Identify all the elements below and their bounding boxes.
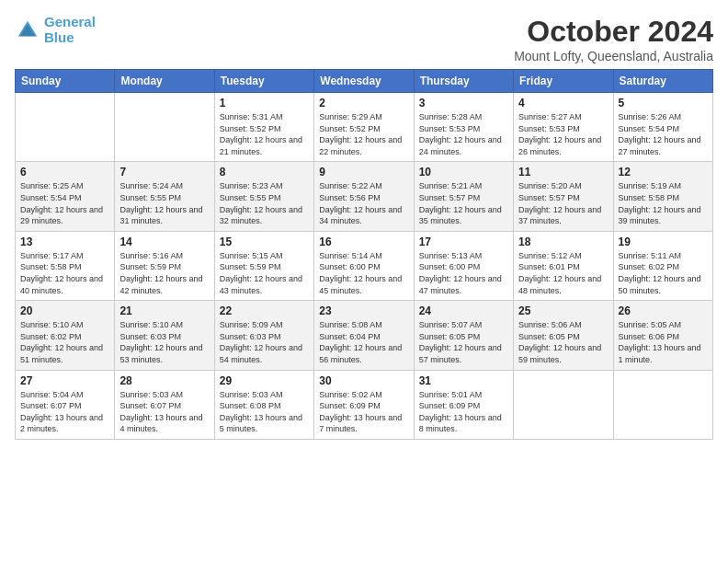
sunrise-text: Sunrise: 5:04 AM [20, 389, 109, 401]
sunset-text: Sunset: 5:58 PM [20, 261, 109, 273]
daylight-text: Daylight: 13 hours and 1 minute. [619, 342, 708, 365]
day-info: Sunrise: 5:12 AMSunset: 6:01 PMDaylight:… [518, 250, 608, 296]
sunrise-text: Sunrise: 5:10 AM [119, 319, 209, 331]
day-cell-4-1: 28Sunrise: 5:03 AMSunset: 6:07 PMDayligh… [115, 370, 214, 439]
daylight-text: Daylight: 12 hours and 47 minutes. [419, 273, 508, 296]
sunset-text: Sunset: 6:02 PM [619, 261, 708, 273]
daylight-text: Daylight: 13 hours and 4 minutes. [119, 412, 209, 435]
daylight-text: Daylight: 12 hours and 43 minutes. [220, 273, 309, 296]
day-info: Sunrise: 5:01 AMSunset: 6:09 PMDaylight:… [419, 389, 508, 435]
day-cell-2-4: 17Sunrise: 5:13 AMSunset: 6:00 PMDayligh… [414, 231, 513, 300]
day-cell-0-6: 5Sunrise: 5:26 AMSunset: 5:54 PMDaylight… [613, 93, 712, 162]
sub-title: Mount Lofty, Queensland, Australia [514, 49, 713, 63]
daylight-text: Daylight: 12 hours and 59 minutes. [518, 342, 608, 365]
page: General Blue October 2024 Mount Lofty, Q… [0, 0, 728, 449]
day-info: Sunrise: 5:11 AMSunset: 6:02 PMDaylight:… [619, 250, 708, 296]
sunrise-text: Sunrise: 5:03 AM [119, 389, 209, 401]
day-cell-1-2: 8Sunrise: 5:23 AMSunset: 5:55 PMDaylight… [214, 162, 313, 231]
sunrise-text: Sunrise: 5:05 AM [619, 319, 708, 331]
day-cell-4-2: 29Sunrise: 5:03 AMSunset: 6:08 PMDayligh… [214, 370, 313, 439]
day-number: 8 [220, 166, 309, 178]
day-cell-3-2: 22Sunrise: 5:09 AMSunset: 6:03 PMDayligh… [214, 301, 313, 370]
day-number: 20 [20, 304, 109, 317]
day-info: Sunrise: 5:25 AMSunset: 5:54 PMDaylight:… [20, 180, 109, 226]
day-number: 2 [319, 97, 408, 109]
sunrise-text: Sunrise: 5:11 AM [619, 250, 708, 262]
sunrise-text: Sunrise: 5:25 AM [20, 180, 109, 192]
sunrise-text: Sunrise: 5:17 AM [20, 250, 109, 262]
header-row: General Blue October 2024 Mount Lofty, Q… [15, 15, 713, 63]
sunrise-text: Sunrise: 5:24 AM [119, 180, 209, 192]
day-number: 17 [419, 236, 508, 248]
day-cell-1-5: 11Sunrise: 5:20 AMSunset: 5:57 PMDayligh… [514, 162, 613, 231]
day-number: 25 [518, 304, 608, 317]
day-cell-3-6: 26Sunrise: 5:05 AMSunset: 6:06 PMDayligh… [613, 301, 712, 370]
day-number: 28 [119, 374, 209, 387]
sunrise-text: Sunrise: 5:23 AM [220, 180, 309, 192]
col-wednesday: Wednesday [314, 70, 414, 93]
day-cell-4-6 [613, 370, 712, 439]
sunrise-text: Sunrise: 5:13 AM [419, 250, 508, 262]
col-thursday: Thursday [414, 70, 513, 93]
week-row-4: 20Sunrise: 5:10 AMSunset: 6:02 PMDayligh… [16, 301, 713, 370]
day-info: Sunrise: 5:26 AMSunset: 5:54 PMDaylight:… [619, 111, 708, 157]
week-row-3: 13Sunrise: 5:17 AMSunset: 5:58 PMDayligh… [16, 231, 713, 300]
daylight-text: Daylight: 12 hours and 29 minutes. [20, 204, 109, 227]
sunset-text: Sunset: 5:53 PM [518, 123, 608, 135]
day-number: 31 [419, 374, 508, 387]
daylight-text: Daylight: 12 hours and 50 minutes. [619, 273, 708, 296]
day-cell-4-5 [514, 370, 613, 439]
sunrise-text: Sunrise: 5:14 AM [319, 250, 408, 262]
day-info: Sunrise: 5:07 AMSunset: 6:05 PMDaylight:… [419, 319, 508, 365]
day-cell-4-0: 27Sunrise: 5:04 AMSunset: 6:07 PMDayligh… [16, 370, 115, 439]
day-number: 14 [119, 236, 209, 248]
day-cell-3-4: 24Sunrise: 5:07 AMSunset: 6:05 PMDayligh… [414, 301, 513, 370]
daylight-text: Daylight: 12 hours and 21 minutes. [220, 134, 309, 157]
day-info: Sunrise: 5:10 AMSunset: 6:02 PMDaylight:… [20, 319, 109, 365]
daylight-text: Daylight: 12 hours and 39 minutes. [619, 204, 708, 227]
sunrise-text: Sunrise: 5:19 AM [619, 180, 708, 192]
sunset-text: Sunset: 5:59 PM [220, 261, 309, 273]
col-friday: Friday [514, 70, 613, 93]
sunrise-text: Sunrise: 5:21 AM [419, 180, 508, 192]
day-info: Sunrise: 5:27 AMSunset: 5:53 PMDaylight:… [518, 111, 608, 157]
day-cell-2-0: 13Sunrise: 5:17 AMSunset: 5:58 PMDayligh… [16, 231, 115, 300]
week-row-2: 6Sunrise: 5:25 AMSunset: 5:54 PMDaylight… [16, 162, 713, 231]
daylight-text: Daylight: 12 hours and 40 minutes. [20, 273, 109, 296]
logo-line1: General [44, 14, 96, 29]
sunset-text: Sunset: 5:55 PM [220, 192, 309, 204]
day-number: 9 [319, 166, 408, 178]
daylight-text: Daylight: 12 hours and 24 minutes. [419, 134, 508, 157]
sunset-text: Sunset: 5:59 PM [119, 261, 209, 273]
sunrise-text: Sunrise: 5:28 AM [419, 111, 508, 123]
sunset-text: Sunset: 5:57 PM [518, 192, 608, 204]
day-cell-2-2: 15Sunrise: 5:15 AMSunset: 5:59 PMDayligh… [214, 231, 313, 300]
daylight-text: Daylight: 12 hours and 42 minutes. [119, 273, 209, 296]
day-cell-3-3: 23Sunrise: 5:08 AMSunset: 6:04 PMDayligh… [314, 301, 414, 370]
day-info: Sunrise: 5:17 AMSunset: 5:58 PMDaylight:… [20, 250, 109, 296]
sunrise-text: Sunrise: 5:02 AM [319, 389, 408, 401]
day-cell-2-5: 18Sunrise: 5:12 AMSunset: 6:01 PMDayligh… [514, 231, 613, 300]
sunset-text: Sunset: 6:05 PM [419, 331, 508, 343]
day-cell-2-6: 19Sunrise: 5:11 AMSunset: 6:02 PMDayligh… [613, 231, 712, 300]
day-cell-2-3: 16Sunrise: 5:14 AMSunset: 6:00 PMDayligh… [314, 231, 414, 300]
day-cell-3-0: 20Sunrise: 5:10 AMSunset: 6:02 PMDayligh… [16, 301, 115, 370]
sunset-text: Sunset: 6:00 PM [319, 261, 408, 273]
logo-text: General Blue [44, 15, 96, 45]
sunrise-text: Sunrise: 5:26 AM [619, 111, 708, 123]
sunset-text: Sunset: 5:54 PM [619, 123, 708, 135]
day-info: Sunrise: 5:02 AMSunset: 6:09 PMDaylight:… [319, 389, 408, 435]
daylight-text: Daylight: 12 hours and 22 minutes. [319, 134, 408, 157]
sunset-text: Sunset: 5:54 PM [20, 192, 109, 204]
sunset-text: Sunset: 6:03 PM [220, 331, 309, 343]
sunrise-text: Sunrise: 5:31 AM [220, 111, 309, 123]
daylight-text: Daylight: 12 hours and 53 minutes. [119, 342, 209, 365]
day-info: Sunrise: 5:23 AMSunset: 5:55 PMDaylight:… [220, 180, 309, 226]
sunrise-text: Sunrise: 5:01 AM [419, 389, 508, 401]
daylight-text: Daylight: 12 hours and 32 minutes. [220, 204, 309, 227]
week-row-1: 1Sunrise: 5:31 AMSunset: 5:52 PMDaylight… [16, 93, 713, 162]
day-cell-1-1: 7Sunrise: 5:24 AMSunset: 5:55 PMDaylight… [115, 162, 214, 231]
day-number: 5 [619, 97, 708, 109]
day-info: Sunrise: 5:19 AMSunset: 5:58 PMDaylight:… [619, 180, 708, 226]
daylight-text: Daylight: 12 hours and 45 minutes. [319, 273, 408, 296]
